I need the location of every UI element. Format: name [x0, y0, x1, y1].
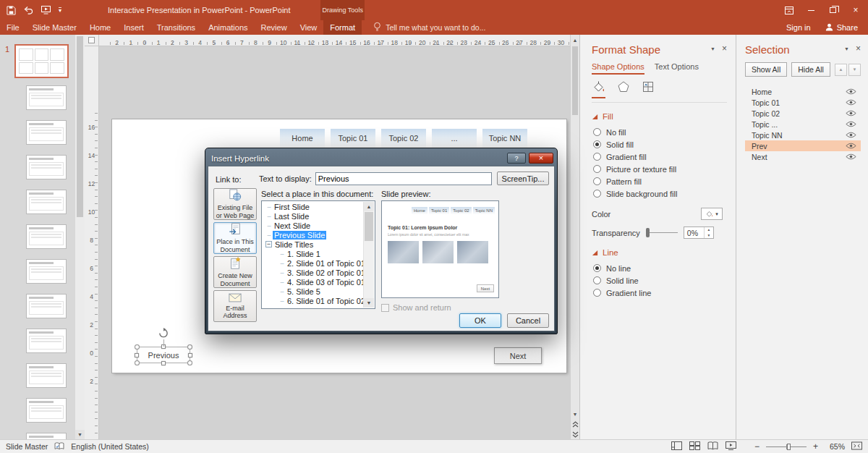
- layout-thumbnail[interactable]: [26, 190, 67, 214]
- tab-review[interactable]: Review: [255, 20, 294, 35]
- next-button-shape[interactable]: Next: [494, 347, 542, 364]
- tab-file[interactable]: File: [0, 20, 26, 35]
- fill-option[interactable]: Pattern fill: [592, 175, 727, 187]
- zoom-level[interactable]: 65%: [825, 442, 845, 451]
- selection-handle[interactable]: [161, 361, 166, 365]
- radio-button-icon[interactable]: [593, 165, 601, 173]
- restore-icon[interactable]: [822, 0, 843, 20]
- tab-transitions[interactable]: Transitions: [150, 20, 202, 35]
- selection-handle[interactable]: [187, 360, 192, 365]
- radio-button-icon[interactable]: [593, 128, 601, 136]
- spinner-arrows-icon[interactable]: ▴▾: [704, 227, 713, 238]
- close-icon[interactable]: ×: [843, 0, 868, 20]
- status-view-label[interactable]: Slide Master: [6, 442, 48, 451]
- show-all-button[interactable]: Show All: [745, 62, 787, 77]
- link-to-email-address-button[interactable]: E-mail Address: [213, 290, 257, 322]
- tab-insert[interactable]: Insert: [117, 20, 150, 35]
- tree-item[interactable]: –6. Slide 01 of Topic 02: [263, 296, 363, 305]
- ok-button[interactable]: OK: [459, 313, 501, 328]
- fill-option[interactable]: Slide background fill: [592, 187, 727, 200]
- tab-shape-options[interactable]: Shape Options: [592, 62, 644, 75]
- size-properties-icon[interactable]: [642, 80, 655, 98]
- zoom-in-button[interactable]: +: [813, 441, 818, 452]
- tab-home[interactable]: Home: [83, 20, 117, 35]
- section-expanded-icon[interactable]: [592, 250, 598, 256]
- reading-view-icon[interactable]: [707, 441, 718, 452]
- tab-text-options[interactable]: Text Options: [655, 62, 699, 75]
- selection-handle[interactable]: [135, 344, 140, 350]
- layout-thumbnail[interactable]: [26, 259, 67, 284]
- scrollbar-thumb[interactable]: [365, 212, 373, 241]
- selection-item[interactable]: Topic 01: [745, 97, 861, 108]
- bring-forward-icon[interactable]: ▲: [835, 64, 847, 76]
- slide-nav-item[interactable]: Topic 01: [331, 129, 375, 148]
- slide-nav-item[interactable]: Topic 02: [381, 129, 426, 148]
- status-language[interactable]: English (United States): [71, 442, 148, 451]
- tree-item[interactable]: −Slide Titles: [263, 240, 363, 249]
- effects-icon[interactable]: [617, 80, 630, 98]
- show-and-return-checkbox[interactable]: Show and return: [381, 303, 499, 312]
- tab-animations[interactable]: Animations: [202, 20, 254, 35]
- scroll-up-icon[interactable]: ▲: [571, 35, 579, 45]
- checkbox-icon[interactable]: [381, 304, 389, 312]
- zoom-out-button[interactable]: −: [754, 441, 760, 452]
- scrollbar-thumb[interactable]: [77, 36, 83, 217]
- tree-item[interactable]: –3. Slide 02 of Topic 01: [263, 268, 363, 277]
- screentip-button[interactable]: ScreenTip...: [497, 172, 549, 185]
- selection-handle[interactable]: [135, 353, 139, 357]
- canvas-scrollbar[interactable]: ▲ ▼: [570, 35, 579, 439]
- zoom-slider[interactable]: [766, 442, 807, 451]
- tree-item[interactable]: –Previous Slide: [263, 230, 363, 240]
- line-option[interactable]: Solid line: [592, 274, 727, 287]
- layout-thumbnail[interactable]: [26, 294, 67, 318]
- fill-option[interactable]: Gradient fill: [592, 151, 727, 163]
- selection-item[interactable]: Home: [745, 86, 861, 97]
- undo-icon[interactable]: [24, 7, 33, 14]
- radio-button-icon[interactable]: [593, 177, 601, 185]
- eye-icon[interactable]: [846, 88, 856, 95]
- zoom-slider-thumb[interactable]: [787, 444, 791, 450]
- selection-item[interactable]: Topic 02: [745, 108, 861, 119]
- tree-item[interactable]: –4. Slide 03 of Topic 01: [263, 277, 363, 287]
- eye-icon[interactable]: [846, 153, 856, 160]
- tree-item[interactable]: –Last Slide: [263, 211, 363, 221]
- previous-slide-icon[interactable]: [571, 419, 579, 429]
- hide-all-button[interactable]: Hide All: [791, 62, 830, 77]
- link-to-create-new-document-button[interactable]: Create New Document: [213, 256, 257, 288]
- tell-me-box[interactable]: Tell me what you want to do...: [373, 20, 485, 35]
- minimize-icon[interactable]: [800, 0, 822, 20]
- slideshow-view-icon[interactable]: [726, 441, 736, 452]
- selection-item[interactable]: Topic ...: [745, 119, 861, 130]
- line-option[interactable]: No line: [592, 262, 727, 274]
- scroll-down-icon[interactable]: ▼: [75, 430, 85, 439]
- previous-button-shape[interactable]: Previous: [137, 347, 190, 363]
- master-slide-thumbnail[interactable]: [14, 44, 69, 78]
- send-backward-icon[interactable]: ▼: [848, 64, 861, 76]
- transparency-spinner[interactable]: 0% ▴▾: [684, 226, 714, 239]
- radio-button-icon[interactable]: [593, 289, 601, 297]
- tree-item[interactable]: –First Slide: [263, 202, 363, 211]
- start-slideshow-icon[interactable]: [41, 6, 51, 14]
- tree-collapse-icon[interactable]: −: [265, 241, 272, 247]
- layout-thumbnail[interactable]: [26, 155, 67, 179]
- ribbon-display-options-icon[interactable]: [778, 0, 800, 20]
- layout-thumbnail[interactable]: [26, 363, 67, 388]
- selection-handle[interactable]: [135, 360, 140, 365]
- pane-options-icon[interactable]: ▼: [710, 46, 715, 51]
- fill-line-icon[interactable]: [592, 80, 605, 98]
- eye-icon[interactable]: [846, 110, 856, 117]
- cancel-button[interactable]: Cancel: [507, 313, 549, 328]
- pane-options-icon[interactable]: ▼: [844, 46, 849, 51]
- dialog-titlebar[interactable]: Insert Hyperlink ? ×: [208, 151, 555, 166]
- eye-icon[interactable]: [846, 143, 856, 149]
- scrollbar-thumb[interactable]: [572, 46, 578, 115]
- radio-button-icon[interactable]: [593, 190, 601, 198]
- link-to-existing-file-button[interactable]: Existing File or Web Page: [213, 188, 257, 220]
- selection-handle[interactable]: [187, 344, 192, 350]
- eye-icon[interactable]: [846, 132, 856, 138]
- scroll-up-icon[interactable]: ▲: [364, 202, 374, 211]
- pane-close-icon[interactable]: ×: [856, 45, 861, 52]
- layout-thumbnail[interactable]: [26, 120, 67, 145]
- scroll-down-icon[interactable]: ▼: [571, 409, 579, 419]
- layout-thumbnail[interactable]: [26, 224, 67, 249]
